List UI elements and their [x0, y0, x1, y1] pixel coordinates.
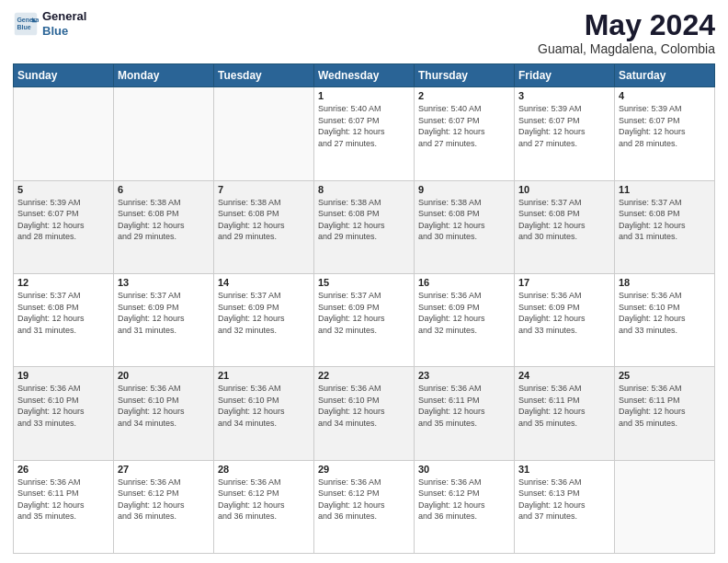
calendar-cell: 28Sunrise: 5:36 AM Sunset: 6:12 PM Dayli…: [214, 460, 314, 553]
day-info: Sunrise: 5:38 AM Sunset: 6:08 PM Dayligh…: [318, 197, 410, 243]
day-info: Sunrise: 5:36 AM Sunset: 6:11 PM Dayligh…: [619, 383, 711, 429]
week-row-4: 19Sunrise: 5:36 AM Sunset: 6:10 PM Dayli…: [14, 367, 715, 460]
day-info: Sunrise: 5:39 AM Sunset: 6:07 PM Dayligh…: [619, 103, 711, 149]
day-number: 28: [218, 464, 310, 475]
day-info: Sunrise: 5:36 AM Sunset: 6:13 PM Dayligh…: [518, 477, 610, 523]
day-info: Sunrise: 5:39 AM Sunset: 6:07 PM Dayligh…: [518, 103, 610, 149]
day-number: 15: [318, 277, 410, 288]
day-info: Sunrise: 5:38 AM Sunset: 6:08 PM Dayligh…: [118, 197, 210, 243]
calendar-cell: 12Sunrise: 5:37 AM Sunset: 6:08 PM Dayli…: [14, 273, 114, 366]
day-info: Sunrise: 5:40 AM Sunset: 6:07 PM Dayligh…: [318, 103, 410, 149]
day-number: 22: [318, 370, 410, 381]
day-info: Sunrise: 5:37 AM Sunset: 6:09 PM Dayligh…: [318, 290, 410, 336]
calendar-cell: [114, 87, 214, 180]
calendar-cell: 26Sunrise: 5:36 AM Sunset: 6:11 PM Dayli…: [14, 460, 114, 553]
logo: General Blue General Blue: [13, 9, 86, 38]
day-info: Sunrise: 5:36 AM Sunset: 6:10 PM Dayligh…: [318, 383, 410, 429]
title-block: May 2024 Guamal, Magdalena, Colombia: [538, 9, 715, 56]
calendar-cell: 16Sunrise: 5:36 AM Sunset: 6:09 PM Dayli…: [415, 273, 515, 366]
day-info: Sunrise: 5:36 AM Sunset: 6:12 PM Dayligh…: [218, 477, 310, 523]
calendar-cell: 4Sunrise: 5:39 AM Sunset: 6:07 PM Daylig…: [615, 87, 715, 180]
day-number: 8: [318, 184, 410, 195]
day-info: Sunrise: 5:37 AM Sunset: 6:09 PM Dayligh…: [218, 290, 310, 336]
subtitle: Guamal, Magdalena, Colombia: [538, 41, 715, 56]
day-number: 4: [619, 90, 711, 101]
day-number: 19: [17, 370, 109, 381]
calendar-cell: 25Sunrise: 5:36 AM Sunset: 6:11 PM Dayli…: [615, 367, 715, 460]
calendar-cell: 27Sunrise: 5:36 AM Sunset: 6:12 PM Dayli…: [114, 460, 214, 553]
header: General Blue General Blue May 2024 Guama…: [13, 9, 715, 56]
svg-text:Blue: Blue: [17, 24, 30, 30]
calendar-cell: 9Sunrise: 5:38 AM Sunset: 6:08 PM Daylig…: [415, 180, 515, 273]
calendar-cell: 23Sunrise: 5:36 AM Sunset: 6:11 PM Dayli…: [415, 367, 515, 460]
day-info: Sunrise: 5:36 AM Sunset: 6:12 PM Dayligh…: [318, 477, 410, 523]
day-info: Sunrise: 5:37 AM Sunset: 6:08 PM Dayligh…: [17, 290, 109, 336]
day-info: Sunrise: 5:37 AM Sunset: 6:09 PM Dayligh…: [118, 290, 210, 336]
day-number: 23: [418, 370, 510, 381]
day-info: Sunrise: 5:37 AM Sunset: 6:08 PM Dayligh…: [619, 197, 711, 243]
day-info: Sunrise: 5:36 AM Sunset: 6:10 PM Dayligh…: [17, 383, 109, 429]
week-row-2: 5Sunrise: 5:39 AM Sunset: 6:07 PM Daylig…: [14, 180, 715, 273]
day-number: 17: [518, 277, 610, 288]
calendar-cell: 6Sunrise: 5:38 AM Sunset: 6:08 PM Daylig…: [114, 180, 214, 273]
day-number: 20: [118, 370, 210, 381]
weekday-header-saturday: Saturday: [615, 64, 715, 87]
calendar-cell: 3Sunrise: 5:39 AM Sunset: 6:07 PM Daylig…: [515, 87, 615, 180]
day-info: Sunrise: 5:36 AM Sunset: 6:10 PM Dayligh…: [118, 383, 210, 429]
day-number: 12: [17, 277, 109, 288]
logo-text: General Blue: [42, 9, 86, 38]
calendar-cell: 11Sunrise: 5:37 AM Sunset: 6:08 PM Dayli…: [615, 180, 715, 273]
weekday-header-thursday: Thursday: [415, 64, 515, 87]
calendar-cell: 2Sunrise: 5:40 AM Sunset: 6:07 PM Daylig…: [415, 87, 515, 180]
calendar-cell: 24Sunrise: 5:36 AM Sunset: 6:11 PM Dayli…: [515, 367, 615, 460]
calendar-cell: [214, 87, 314, 180]
day-info: Sunrise: 5:36 AM Sunset: 6:12 PM Dayligh…: [418, 477, 510, 523]
day-number: 11: [619, 184, 711, 195]
day-number: 3: [518, 90, 610, 101]
week-row-3: 12Sunrise: 5:37 AM Sunset: 6:08 PM Dayli…: [14, 273, 715, 366]
day-number: 14: [218, 277, 310, 288]
weekday-header-tuesday: Tuesday: [214, 64, 314, 87]
calendar-cell: 17Sunrise: 5:36 AM Sunset: 6:09 PM Dayli…: [515, 273, 615, 366]
day-number: 31: [518, 464, 610, 475]
day-info: Sunrise: 5:36 AM Sunset: 6:09 PM Dayligh…: [418, 290, 510, 336]
day-info: Sunrise: 5:40 AM Sunset: 6:07 PM Dayligh…: [418, 103, 510, 149]
calendar-cell: 29Sunrise: 5:36 AM Sunset: 6:12 PM Dayli…: [314, 460, 415, 553]
day-info: Sunrise: 5:36 AM Sunset: 6:09 PM Dayligh…: [518, 290, 610, 336]
weekday-header-row: SundayMondayTuesdayWednesdayThursdayFrid…: [14, 64, 715, 87]
day-number: 25: [619, 370, 711, 381]
day-number: 2: [418, 90, 510, 101]
calendar-cell: 15Sunrise: 5:37 AM Sunset: 6:09 PM Dayli…: [314, 273, 415, 366]
day-number: 24: [518, 370, 610, 381]
day-info: Sunrise: 5:36 AM Sunset: 6:10 PM Dayligh…: [218, 383, 310, 429]
calendar-cell: 8Sunrise: 5:38 AM Sunset: 6:08 PM Daylig…: [314, 180, 415, 273]
day-info: Sunrise: 5:38 AM Sunset: 6:08 PM Dayligh…: [418, 197, 510, 243]
calendar-cell: [615, 460, 715, 553]
week-row-1: 1Sunrise: 5:40 AM Sunset: 6:07 PM Daylig…: [14, 87, 715, 180]
weekday-header-friday: Friday: [515, 64, 615, 87]
day-number: 9: [418, 184, 510, 195]
day-number: 26: [17, 464, 109, 475]
day-number: 6: [118, 184, 210, 195]
weekday-header-monday: Monday: [114, 64, 214, 87]
day-info: Sunrise: 5:39 AM Sunset: 6:07 PM Dayligh…: [17, 197, 109, 243]
day-number: 10: [518, 184, 610, 195]
calendar-cell: 7Sunrise: 5:38 AM Sunset: 6:08 PM Daylig…: [214, 180, 314, 273]
day-number: 18: [619, 277, 711, 288]
day-number: 5: [17, 184, 109, 195]
day-number: 16: [418, 277, 510, 288]
day-info: Sunrise: 5:36 AM Sunset: 6:12 PM Dayligh…: [118, 477, 210, 523]
day-info: Sunrise: 5:36 AM Sunset: 6:11 PM Dayligh…: [518, 383, 610, 429]
calendar-cell: 21Sunrise: 5:36 AM Sunset: 6:10 PM Dayli…: [214, 367, 314, 460]
calendar-cell: 14Sunrise: 5:37 AM Sunset: 6:09 PM Dayli…: [214, 273, 314, 366]
calendar-cell: 22Sunrise: 5:36 AM Sunset: 6:10 PM Dayli…: [314, 367, 415, 460]
calendar-cell: 20Sunrise: 5:36 AM Sunset: 6:10 PM Dayli…: [114, 367, 214, 460]
calendar-cell: 5Sunrise: 5:39 AM Sunset: 6:07 PM Daylig…: [14, 180, 114, 273]
calendar-cell: 18Sunrise: 5:36 AM Sunset: 6:10 PM Dayli…: [615, 273, 715, 366]
day-number: 30: [418, 464, 510, 475]
day-number: 13: [118, 277, 210, 288]
calendar: SundayMondayTuesdayWednesdayThursdayFrid…: [13, 63, 715, 554]
calendar-cell: 31Sunrise: 5:36 AM Sunset: 6:13 PM Dayli…: [515, 460, 615, 553]
weekday-header-sunday: Sunday: [14, 64, 114, 87]
day-info: Sunrise: 5:37 AM Sunset: 6:08 PM Dayligh…: [518, 197, 610, 243]
